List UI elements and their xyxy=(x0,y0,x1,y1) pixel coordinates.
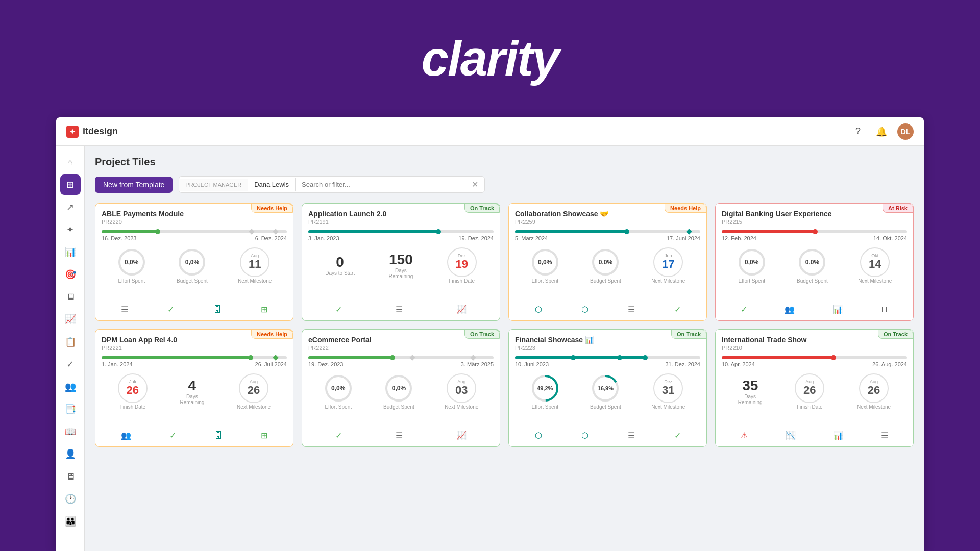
users-icon[interactable]: 👥 xyxy=(782,303,797,316)
sidebar-item-reports[interactable]: 📑 xyxy=(60,399,81,419)
list-icon[interactable]: ☰ xyxy=(394,303,405,316)
sidebar-item-monitor[interactable]: 🖥 xyxy=(60,287,81,307)
progress-bar-collab xyxy=(515,230,700,233)
sidebar-item-teams[interactable]: 👥 xyxy=(60,377,81,397)
start-date-dpm: 1. Jan. 2024 xyxy=(102,361,133,367)
sidebar-item-tiles[interactable]: ⊞ xyxy=(60,174,81,195)
sidebar-item-home[interactable]: ⌂ xyxy=(60,152,81,172)
project-card-collaboration: Needs Help Collaboration Showcase 🤝 PR22… xyxy=(508,203,707,321)
sidebar-item-tasks[interactable]: ✓ xyxy=(60,354,81,374)
metrics-row-digital: 0,0% Effort Spent 0,0% xyxy=(722,247,907,284)
sidebar-item-trends[interactable]: 📈 xyxy=(60,309,81,330)
card-id-ecommerce: PR2222 xyxy=(308,345,494,351)
list-icon[interactable]: ☰ xyxy=(879,429,890,442)
card-id-international: PR2210 xyxy=(722,345,907,351)
sidebar-item-time[interactable]: 🕐 xyxy=(60,489,81,509)
sidebar-item-profile[interactable]: 👤 xyxy=(60,444,81,464)
app-body: ⌂ ⊞ ↗ ✦ 📊 🎯 🖥 📈 📋 ✓ 👥 📑 📖 👤 🖥 🕐 👪 Projec… xyxy=(56,146,924,551)
sidebar-item-charts[interactable]: 📊 xyxy=(60,242,81,262)
card-actions-collab: ⬡ ⬡ ☰ ✓ xyxy=(509,298,706,320)
share2-icon[interactable]: ⬡ xyxy=(579,429,591,442)
sidebar-item-targets[interactable]: 🎯 xyxy=(60,264,81,285)
grid-icon[interactable]: ⊞ xyxy=(259,429,270,442)
date-range-able: 16. Dez. 2023 6. Dez. 2024 xyxy=(102,235,287,241)
check-icon[interactable]: ✓ xyxy=(333,303,344,316)
check-icon[interactable]: ✓ xyxy=(739,303,749,316)
chart-red-icon[interactable]: 📉 xyxy=(783,429,798,442)
project-card-international: On Track International Trade Show PR2210… xyxy=(715,329,914,447)
card-title-digital: Digital Banking User Experience xyxy=(722,210,907,218)
sidebar-item-list[interactable]: 📋 xyxy=(60,332,81,352)
budget-metric-ecommerce: 0,0% Budget Spent xyxy=(383,373,414,410)
monitor-icon[interactable]: 🖥 xyxy=(878,303,890,316)
sidebar-item-guide[interactable]: 📖 xyxy=(60,421,81,442)
users-green-icon[interactable]: 👥 xyxy=(119,429,133,442)
effort-metric-ecommerce: 0,0% Effort Spent xyxy=(324,373,353,410)
budget-metric-collab: 0,0% Budget Spent xyxy=(590,247,621,284)
sidebar-item-users[interactable]: 👪 xyxy=(60,511,81,532)
card-actions-app-launch: ✓ ☰ 📈 xyxy=(302,298,500,320)
db-icon[interactable]: 🗄 xyxy=(212,429,225,442)
check-icon[interactable]: ✓ xyxy=(333,429,344,442)
list-icon[interactable]: ☰ xyxy=(626,429,637,442)
milestone-metric-collab: Jun 17 Next Milestone xyxy=(651,247,685,284)
new-from-template-button[interactable]: New from Template xyxy=(95,177,173,193)
help-icon[interactable]: ? xyxy=(850,124,866,139)
search-input[interactable] xyxy=(296,178,465,191)
progress-bar-financial xyxy=(515,356,700,359)
budget-metric-digital: 0,0% Budget Spent xyxy=(797,247,828,284)
list-icon[interactable]: ☰ xyxy=(119,303,130,316)
check-icon[interactable]: ✓ xyxy=(672,429,683,442)
finish-date-metric-intl: Aug 26 Finish Date xyxy=(795,373,824,410)
progress-bar-app-launch xyxy=(308,230,494,233)
sidebar-item-display[interactable]: 🖥 xyxy=(60,466,81,487)
chart-icon[interactable]: 📈 xyxy=(454,303,469,316)
list-icon[interactable]: ☰ xyxy=(394,429,405,442)
metrics-row-financial: 49,2% Effort Spent 16, xyxy=(515,373,700,410)
share1-icon[interactable]: ⬡ xyxy=(533,429,544,442)
sidebar: ⌂ ⊞ ↗ ✦ 📊 🎯 🖥 📈 📋 ✓ 👥 📑 📖 👤 🖥 🕐 👪 xyxy=(56,146,85,551)
bell-icon[interactable]: 🔔 xyxy=(874,124,889,139)
filter-value[interactable]: Dana Lewis xyxy=(248,178,296,191)
project-card-ecommerce: On Track eCommerce Portal PR2222 19. Dez… xyxy=(302,329,500,447)
card-actions-ecommerce: ✓ ☰ 📈 xyxy=(302,424,500,446)
card-actions-financial: ⬡ ⬡ ☰ ✓ xyxy=(509,424,706,446)
share2-icon[interactable]: ⬡ xyxy=(579,303,591,316)
chart-icon[interactable]: 📈 xyxy=(454,429,469,442)
filter-label: PROJECT MANAGER xyxy=(179,179,248,191)
excel-icon[interactable]: 📊 xyxy=(830,303,845,316)
status-badge-digital: At Risk xyxy=(883,204,913,213)
status-badge-ecommerce: On Track xyxy=(464,330,500,339)
end-date-financial: 31. Dez. 2024 xyxy=(666,361,701,367)
finish-date-metric-app-launch: Dez 19 Finish Date xyxy=(447,247,477,284)
toolbar: New from Template PROJECT MANAGER Dana L… xyxy=(95,176,914,193)
check-icon[interactable]: ✓ xyxy=(167,429,178,442)
filter-clear-button[interactable]: ✕ xyxy=(465,177,484,192)
date-range-financial: 10. Juni 2023 31. Dez. 2024 xyxy=(515,361,700,367)
app-window: ✦ itdesign ? 🔔 DL ⌂ ⊞ ↗ ✦ 📊 🎯 🖥 📈 📋 ✓ 👥 … xyxy=(56,117,924,551)
projects-grid: Needs Help ABLE Payments Module PR2220 1… xyxy=(95,203,914,447)
sidebar-item-ideas[interactable]: ✦ xyxy=(60,219,81,240)
card-actions-international: ⚠ 📉 📊 ☰ xyxy=(716,424,913,446)
check-icon[interactable]: ✓ xyxy=(165,303,176,316)
list-icon[interactable]: ☰ xyxy=(626,303,637,316)
chart2-icon[interactable]: 📊 xyxy=(831,429,845,442)
metrics-row-collab: 0,0% Effort Spent 0,0% xyxy=(515,247,700,284)
start-date-ecommerce: 19. Dez. 2023 xyxy=(308,361,344,367)
check-icon[interactable]: ✓ xyxy=(672,303,683,316)
db-icon[interactable]: 🗄 xyxy=(211,303,224,316)
card-actions-able: ☰ ✓ 🗄 ⊞ xyxy=(95,298,293,320)
avatar[interactable]: DL xyxy=(897,123,914,140)
grid-icon[interactable]: ⊞ xyxy=(259,303,270,316)
status-badge-able: Needs Help xyxy=(251,204,293,213)
alert-icon[interactable]: ⚠ xyxy=(739,429,750,442)
top-banner: clarity xyxy=(0,0,980,117)
milestone-metric-ecommerce: Aug 03 Next Milestone xyxy=(445,373,478,410)
sidebar-item-analytics[interactable]: ↗ xyxy=(60,197,81,217)
card-id-collab: PR2259 xyxy=(515,219,700,225)
progress-bar-international xyxy=(722,356,907,359)
main-content: Project Tiles New from Template PROJECT … xyxy=(85,146,924,551)
share1-icon[interactable]: ⬡ xyxy=(533,303,544,316)
finish-date-metric-dpm: Juli 26 Finish Date xyxy=(118,373,148,410)
card-actions-digital: ✓ 👥 📊 🖥 xyxy=(716,298,913,320)
